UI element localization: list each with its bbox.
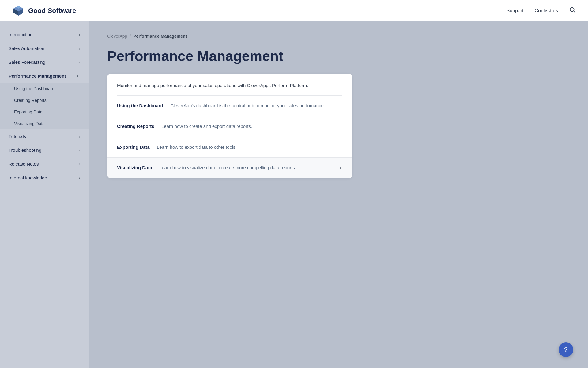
sidebar-item-tutorials[interactable]: Tutorials › bbox=[0, 129, 89, 143]
chevron-down-icon: ⌄ bbox=[76, 74, 81, 78]
card-item-desc: Learn how to visualize data to create mo… bbox=[159, 165, 297, 170]
help-icon: ? bbox=[564, 346, 568, 353]
svg-line-6 bbox=[574, 11, 575, 13]
sidebar-item-sales-automation[interactable]: Sales Automation › bbox=[0, 41, 89, 55]
sidebar-item-label: Troubleshooting bbox=[9, 148, 41, 153]
breadcrumb-separator: / bbox=[130, 34, 131, 39]
logo-icon bbox=[12, 5, 24, 17]
card-item-title: Using the Dashboard bbox=[117, 103, 163, 108]
card-item-sep: — bbox=[156, 124, 161, 129]
support-link[interactable]: Support bbox=[506, 8, 523, 13]
sidebar-item-internal-knowledge[interactable]: Internal knowledge › bbox=[0, 171, 89, 185]
sidebar-item-label: Internal knowledge bbox=[9, 175, 47, 180]
card-item-dashboard[interactable]: Using the Dashboard — CleverApp's dashbo… bbox=[117, 95, 342, 116]
sidebar-item-label: Tutorials bbox=[9, 134, 26, 139]
header: Good Software Support Contact us bbox=[0, 0, 588, 21]
card-item-exporting[interactable]: Exporting Data — Learn how to export dat… bbox=[117, 137, 342, 158]
chevron-right-icon: › bbox=[79, 46, 80, 51]
main-content: CleverApp / Performance Management Perfo… bbox=[89, 21, 588, 368]
card-item-dashboard-text: Using the Dashboard — CleverApp's dashbo… bbox=[117, 102, 325, 109]
sidebar-subitem-reports[interactable]: Creating Reports bbox=[0, 94, 89, 106]
layout: Introduction › Sales Automation › Sales … bbox=[0, 21, 588, 368]
card-item-desc: Learn how to create and export data repo… bbox=[161, 124, 252, 129]
sidebar-item-introduction[interactable]: Introduction › bbox=[0, 28, 89, 41]
card-item-title: Exporting Data bbox=[117, 144, 150, 150]
sidebar-item-sales-forecasting[interactable]: Sales Forecasting › bbox=[0, 55, 89, 69]
sidebar-item-label: Sales Automation bbox=[9, 46, 44, 51]
sidebar-item-label: Introduction bbox=[9, 32, 32, 37]
sidebar-subitem-exporting[interactable]: Exporting Data bbox=[0, 106, 89, 118]
header-nav: Support Contact us bbox=[506, 6, 576, 15]
search-icon[interactable] bbox=[569, 6, 576, 15]
chevron-right-icon: › bbox=[79, 148, 80, 153]
breadcrumb-parent[interactable]: CleverApp bbox=[107, 34, 127, 39]
chevron-right-icon: › bbox=[79, 162, 80, 167]
card-item-reports[interactable]: Creating Reports — Learn how to create a… bbox=[117, 116, 342, 137]
logo[interactable]: Good Software bbox=[12, 5, 76, 17]
sidebar-item-label: Release Notes bbox=[9, 161, 39, 167]
chevron-right-icon: › bbox=[79, 32, 80, 37]
sidebar-item-label: Sales Forecasting bbox=[9, 59, 45, 65]
content-card: Monitor and manage performance of your s… bbox=[107, 74, 352, 178]
sidebar-item-troubleshooting[interactable]: Troubleshooting › bbox=[0, 143, 89, 157]
sidebar-subitem-dashboard[interactable]: Using the Dashboard bbox=[0, 83, 89, 94]
card-item-exporting-text: Exporting Data — Learn how to export dat… bbox=[117, 144, 237, 151]
card-item-desc: CleverApp's dashboard is the central hub… bbox=[170, 103, 325, 108]
sidebar-item-performance-management[interactable]: Performance Management ⌄ bbox=[0, 69, 89, 83]
card-item-visualizing-text: Visualizing Data — Learn how to visualiz… bbox=[117, 164, 297, 171]
card-item-title: Visualizing Data bbox=[117, 165, 152, 170]
arrow-right-icon: → bbox=[336, 164, 342, 171]
card-intro: Monitor and manage performance of your s… bbox=[117, 82, 342, 89]
breadcrumb: CleverApp / Performance Management bbox=[107, 34, 570, 39]
card-item-sep: — bbox=[151, 144, 157, 150]
chevron-right-icon: › bbox=[79, 134, 80, 139]
sidebar-subitem-visualizing[interactable]: Visualizing Data bbox=[0, 118, 89, 129]
breadcrumb-current: Performance Management bbox=[133, 34, 187, 39]
page-title: Performance Management bbox=[107, 48, 570, 64]
help-button[interactable]: ? bbox=[559, 342, 573, 357]
sidebar-subitems: Using the Dashboard Creating Reports Exp… bbox=[0, 83, 89, 129]
card-item-sep: — bbox=[164, 103, 170, 108]
card-item-title: Creating Reports bbox=[117, 124, 154, 129]
card-item-visualizing[interactable]: Visualizing Data — Learn how to visualiz… bbox=[107, 157, 352, 178]
sidebar-item-label: Performance Management bbox=[9, 73, 66, 79]
card-item-sep: — bbox=[153, 165, 159, 170]
chevron-right-icon: › bbox=[79, 175, 80, 180]
sidebar: Introduction › Sales Automation › Sales … bbox=[0, 21, 89, 368]
contact-link[interactable]: Contact us bbox=[535, 8, 558, 13]
logo-text: Good Software bbox=[28, 7, 76, 15]
sidebar-item-release-notes[interactable]: Release Notes › bbox=[0, 157, 89, 171]
card-item-desc: Learn how to export data to other tools. bbox=[157, 144, 237, 150]
chevron-right-icon: › bbox=[79, 60, 80, 65]
card-item-reports-text: Creating Reports — Learn how to create a… bbox=[117, 123, 252, 130]
